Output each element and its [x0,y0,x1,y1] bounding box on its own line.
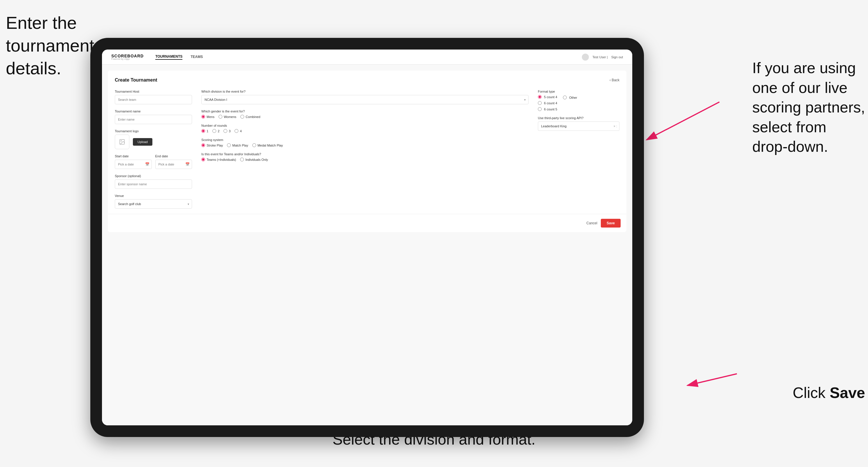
gender-mens[interactable]: Mens [202,115,214,119]
start-date-label: Start date [115,154,152,158]
nav-links: TOURNAMENTS TEAMS [155,55,570,60]
rounds-4-radio[interactable] [235,129,238,133]
annotation-top-right: If you are using one of our live scoring… [752,58,865,157]
scoring-match-label: Match Play [232,144,248,147]
host-group: Tournament Host [115,90,192,104]
event-individuals-label: Individuals Only [245,158,268,161]
division-select[interactable]: NCAA Division I [202,95,529,104]
annotation-bottom-right: Click Save [793,383,865,403]
user-label: Test User | [592,55,608,59]
rounds-4[interactable]: 4 [235,129,242,133]
gender-womens-label: Womens [224,115,236,119]
format-5count4[interactable]: 5 count 4 [538,95,557,99]
form-columns: Tournament Host Tournament name Tourname… [115,90,619,214]
user-avatar [582,54,589,61]
rounds-1-label: 1 [207,129,208,133]
annotation-top-left: Enter the tournament details. [6,12,94,80]
event-for-label: Is this event for Teams and/or Individua… [202,152,529,156]
scoring-radio-group: Stroke Play Match Play Medal Match Play [202,143,529,147]
sign-out-link[interactable]: Sign out [611,55,623,59]
start-date-wrapper: 📅 [115,160,152,169]
rounds-2[interactable]: 2 [212,129,219,133]
logo-title: SCOREBOARD [111,54,144,58]
api-label: Use third-party live scoring API? [538,116,619,120]
format-label: Format type [538,90,619,93]
upload-button[interactable]: Upload [133,138,152,146]
format-6count5-radio[interactable] [538,107,542,111]
logo-upload-row: Upload [115,134,192,149]
format-6count4-radio[interactable] [538,101,542,105]
event-individuals-radio[interactable] [240,158,244,161]
scoring-medal[interactable]: Medal Match Play [252,143,283,147]
format-other-label: Other [569,96,577,99]
api-input[interactable] [538,122,619,131]
division-wrapper: NCAA Division I [202,95,529,104]
format-5count4-label: 5 count 4 [544,95,557,99]
gender-radio-group: Mens Womens Combined [202,115,529,119]
gender-mens-radio[interactable] [202,115,205,119]
format-5count4-radio[interactable] [538,95,542,99]
gender-womens[interactable]: Womens [219,115,236,119]
calendar-icon: 📅 [145,162,150,166]
format-6count4[interactable]: 6 count 4 [538,101,557,105]
rounds-group: Number of rounds 1 2 [202,124,529,133]
rounds-1-radio[interactable] [202,129,205,133]
format-other[interactable]: Other [563,96,577,99]
form-footer: Cancel Save [108,214,626,232]
venue-select[interactable]: Search golf club [115,199,192,209]
api-group: Use third-party live scoring API? × : [538,116,619,131]
rounds-1[interactable]: 1 [202,129,208,133]
svg-line-3 [647,102,719,140]
event-teams-radio[interactable] [202,158,205,161]
api-clear-icon[interactable]: × : [613,124,617,128]
format-6count5[interactable]: 6 count 5 [538,107,557,111]
scoring-match[interactable]: Match Play [227,143,248,147]
gender-womens-radio[interactable] [219,115,222,119]
format-col-right: Other [563,95,577,111]
name-input[interactable] [115,115,192,124]
format-group: Format type 5 count 4 6 count [538,90,619,111]
gender-combined[interactable]: Combined [240,115,260,119]
scoring-group: Scoring system Stroke Play Match Play [202,138,529,147]
gender-combined-radio[interactable] [240,115,244,119]
rounds-label: Number of rounds [202,124,529,127]
format-other-radio[interactable] [563,96,567,99]
logo-group: Tournament logo Upload [115,129,192,149]
page-title: Create Tournament [115,77,157,83]
event-for-group: Is this event for Teams and/or Individua… [202,152,529,161]
scoring-stroke-radio[interactable] [202,143,205,147]
nav-right: Test User | Sign out [582,54,623,61]
event-individuals[interactable]: Individuals Only [240,158,268,161]
back-link[interactable]: ‹ Back [610,78,619,82]
end-date-label: End date [155,154,192,158]
end-date-group: End date 📅 [155,154,192,169]
scoring-medal-radio[interactable] [252,143,256,147]
svg-line-7 [687,374,737,385]
click-save-bold: Save [830,384,865,401]
col2: Which division is the event for? NCAA Di… [202,90,529,214]
rounds-2-radio[interactable] [212,129,216,133]
sponsor-input[interactable] [115,180,192,189]
name-group: Tournament name [115,110,192,124]
venue-label: Venue [115,194,192,197]
event-teams[interactable]: Teams (+Individuals) [202,158,236,161]
col3: Format type 5 count 4 6 count [538,90,619,214]
calendar-icon-end: 📅 [185,162,190,166]
nav-teams[interactable]: TEAMS [191,55,203,59]
save-button[interactable]: Save [601,219,621,227]
dates-group: Start date 📅 End date [115,154,192,169]
rounds-3-radio[interactable] [223,129,227,133]
format-6count4-label: 6 count 4 [544,101,557,105]
page-header: Create Tournament ‹ Back [115,77,619,83]
gender-combined-label: Combined [246,115,260,119]
nav-tournaments[interactable]: TOURNAMENTS [155,55,182,60]
scoring-stroke[interactable]: Stroke Play [202,143,223,147]
rounds-3[interactable]: 3 [223,129,230,133]
scoring-match-radio[interactable] [227,143,231,147]
rounds-4-label: 4 [240,129,242,133]
cancel-button[interactable]: Cancel [587,221,597,225]
sponsor-group: Sponsor (optional) [115,174,192,189]
host-input[interactable] [115,95,192,104]
start-date-group: Start date 📅 [115,154,152,169]
end-date-wrapper: 📅 [155,160,192,169]
